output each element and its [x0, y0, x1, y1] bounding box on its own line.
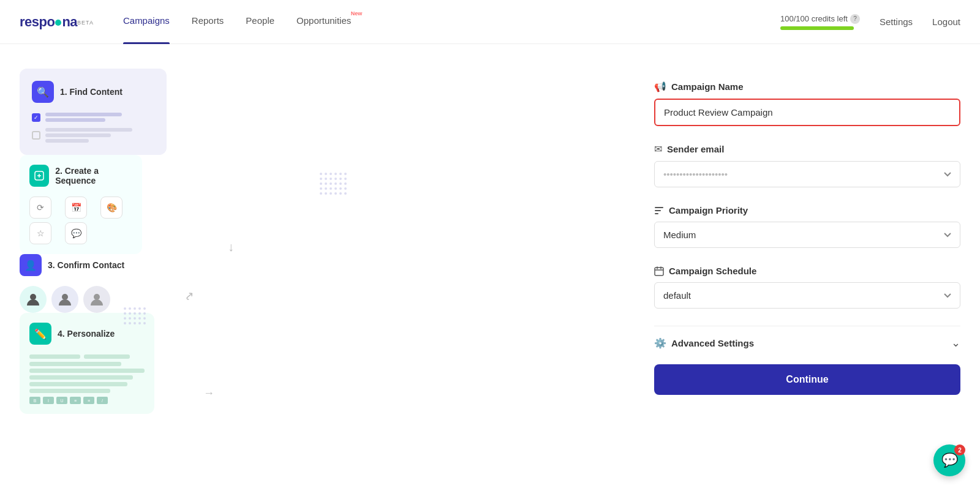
right-panel: 📢 Campaign Name ✉ Sender email •••••••••…: [654, 69, 960, 467]
step1-item-checked: ✓: [32, 113, 154, 122]
step1-icon: 🔍: [32, 81, 54, 103]
nav-campaigns[interactable]: Campaigns: [123, 15, 170, 28]
credits-bar: [780, 26, 854, 30]
arrow-2-3: ↩: [182, 288, 198, 304]
nav-opportunities[interactable]: Opportunities New: [296, 15, 351, 28]
step1-label: 1. Find Content: [60, 87, 123, 97]
main-nav: Campaigns Reports People Opportunities N…: [123, 15, 780, 28]
step3-box: 👤 3. Confirm Contact: [20, 254, 142, 313]
icon-share: ⟳: [29, 197, 51, 219]
logo-text: respona: [20, 14, 77, 30]
campaign-schedule-label: Campaign Schedule: [669, 266, 756, 276]
text-toolbar: B I U ≡ ≡ /: [29, 397, 145, 404]
campaign-name-input[interactable]: [654, 99, 960, 126]
step3-header: 👤 3. Confirm Contact: [20, 254, 142, 276]
step2-icon: [29, 165, 49, 187]
bold-btn: B: [29, 397, 40, 404]
nav-reports[interactable]: Reports: [192, 15, 224, 28]
svg-point-3: [94, 294, 100, 300]
svg-point-1: [30, 294, 36, 300]
dots-decoration-1: [320, 173, 347, 195]
new-badge: New: [351, 10, 363, 17]
app-header: respona BETA Campaigns Reports People Op…: [0, 0, 980, 44]
credits-area: 100/100 credits left ?: [780, 14, 860, 30]
step3-label: 3. Confirm Contact: [48, 260, 124, 270]
campaign-priority-label: Campaign Priority: [669, 205, 748, 216]
avatar-2: [51, 286, 78, 313]
step1-box: 🔍 1. Find Content ✓: [20, 69, 167, 155]
step4-box: ✏️ 4. Personalize B I U ≡ ≡: [20, 313, 154, 414]
advanced-settings-label: Advanced Settings: [671, 338, 754, 348]
advanced-settings-section[interactable]: ⚙️ Advanced Settings ⌄: [654, 326, 960, 359]
header-right: 100/100 credits left ? Settings Logout: [780, 14, 960, 30]
logo-dot: [55, 20, 61, 26]
settings-link[interactable]: Settings: [880, 17, 913, 27]
icon-chat: 💬: [65, 222, 87, 244]
credits-bar-fill: [780, 26, 854, 30]
icon-calendar: 📅: [65, 197, 87, 219]
step3-icon: 👤: [20, 254, 42, 276]
campaign-priority-section: Campaign Priority Low Medium High: [654, 204, 960, 248]
sender-email-label-row: ✉ Sender email: [654, 143, 960, 155]
campaign-schedule-section: Campaign Schedule default weekdays weeke…: [654, 265, 960, 309]
dots-decoration-2: [124, 307, 146, 324]
icon-star: ☆: [29, 222, 51, 244]
sender-email-select[interactable]: ••••••••••••••••••••: [654, 161, 960, 187]
svg-rect-7: [655, 268, 663, 275]
illustration-area: 🔍 1. Find Content ✓: [20, 69, 630, 467]
step2-label: 2. Create a Sequence: [55, 166, 132, 186]
campaign-schedule-label-row: Campaign Schedule: [654, 265, 960, 276]
svg-rect-6: [655, 213, 658, 214]
step4-icon: ✏️: [29, 323, 51, 345]
sender-email-section: ✉ Sender email ••••••••••••••••••••: [654, 143, 960, 187]
step2-box: 2. Create a Sequence ⟳ 📅 🎨 ☆ 💬: [20, 155, 142, 254]
step4-header: ✏️ 4. Personalize: [29, 323, 145, 345]
text-lines: B I U ≡ ≡ /: [29, 354, 145, 404]
avatar-3: [83, 286, 110, 313]
avatar-1: [20, 286, 47, 313]
step2-header: 2. Create a Sequence: [29, 165, 132, 187]
campaign-schedule-icon: [654, 265, 664, 276]
chevron-down-icon: ⌄: [951, 336, 960, 350]
credits-text: 100/100 credits left ?: [780, 14, 860, 24]
campaign-priority-icon: [654, 204, 664, 216]
campaign-name-icon: 📢: [654, 81, 666, 92]
italic-btn: I: [43, 397, 54, 404]
campaign-name-label: Campaign Name: [671, 81, 744, 92]
chat-badge: 2: [954, 444, 965, 455]
icon-grid: ⟳ 📅 🎨 ☆ 💬: [29, 197, 132, 244]
main-content: 🔍 1. Find Content ✓: [0, 44, 980, 491]
beta-badge: BETA: [77, 20, 94, 26]
checkbox-empty: [32, 131, 40, 140]
advanced-settings-icon: ⚙️: [654, 337, 666, 349]
step1-item-unchecked: [32, 128, 154, 143]
chat-icon: 💬: [941, 452, 958, 468]
logout-link[interactable]: Logout: [932, 17, 960, 27]
svg-point-2: [62, 294, 68, 300]
arrow-3-4: →: [203, 387, 214, 400]
campaign-schedule-select[interactable]: default weekdays weekends: [654, 282, 960, 309]
campaign-name-section: 📢 Campaign Name: [654, 81, 960, 126]
sender-email-label: Sender email: [667, 144, 724, 154]
chat-bubble[interactable]: 💬 2: [933, 444, 965, 476]
checkbox-checked: ✓: [32, 113, 40, 122]
campaign-priority-select[interactable]: Low Medium High: [654, 222, 960, 248]
underline-btn: U: [56, 397, 67, 404]
credits-info-icon[interactable]: ?: [850, 14, 860, 24]
continue-button[interactable]: Continue: [654, 364, 960, 395]
campaign-name-label-row: 📢 Campaign Name: [654, 81, 960, 92]
logo: respona BETA: [20, 14, 94, 30]
advanced-settings-left: ⚙️ Advanced Settings: [654, 337, 754, 349]
campaign-priority-label-row: Campaign Priority: [654, 204, 960, 216]
sender-email-icon: ✉: [654, 143, 662, 155]
icon-palette: 🎨: [100, 197, 123, 219]
nav-people[interactable]: People: [246, 15, 274, 28]
step4-label: 4. Personalize: [58, 329, 115, 339]
step1-header: 🔍 1. Find Content: [32, 81, 154, 103]
svg-rect-5: [655, 210, 661, 211]
svg-rect-4: [655, 207, 663, 208]
arrow-1-2: ↓: [228, 240, 234, 254]
